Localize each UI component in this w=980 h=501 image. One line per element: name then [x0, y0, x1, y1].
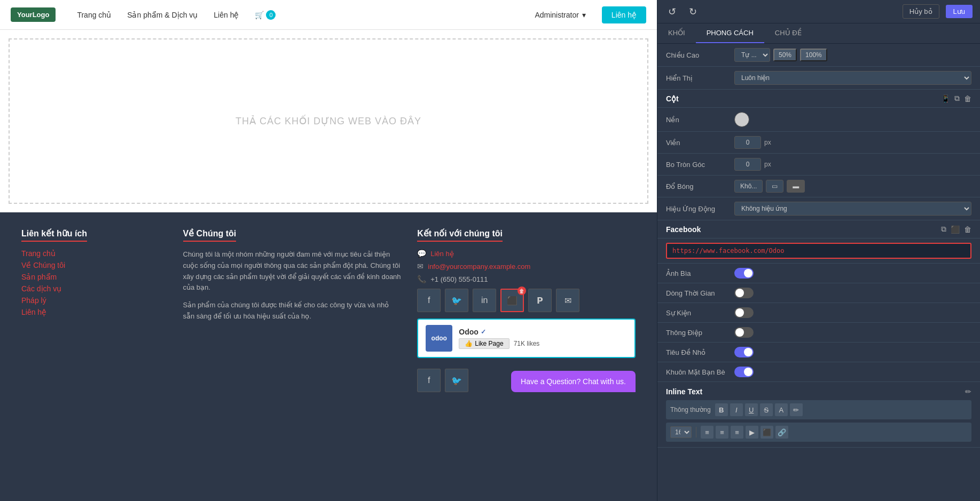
font-color-button[interactable]: A	[775, 403, 788, 416]
tab-phongcach[interactable]: PHONG CÁCH	[696, 23, 764, 43]
section-cot-title: Cột	[666, 94, 937, 103]
footer-link-products[interactable]: Sản phẩm	[21, 273, 167, 281]
delete-icon[interactable]: 🗑	[518, 287, 526, 295]
fb-duplicate-icon[interactable]: ⬛	[951, 225, 960, 234]
underline-button[interactable]: U	[745, 403, 758, 416]
save-button[interactable]: Lưu	[946, 5, 973, 18]
indent-button[interactable]: ▶	[746, 426, 758, 439]
tab-chude[interactable]: CHỦ ĐỀ	[764, 23, 812, 43]
align-center-button[interactable]: ≡	[716, 426, 728, 439]
social-bottom-facebook-btn[interactable]: f	[417, 369, 441, 392]
align-left-button[interactable]: ≡	[701, 426, 714, 439]
right-panel: ↺ ↻ Hủy bỏ Lưu KHỐI PHONG CÁCH CHỦ ĐỀ Ch…	[657, 0, 980, 501]
highlight-button[interactable]: ✏	[790, 403, 803, 416]
strikethrough-button[interactable]: S	[760, 403, 773, 416]
font-size-select[interactable]: 16	[670, 426, 692, 438]
label-thongdiep: Thông Điệp	[666, 329, 730, 337]
footer-link-services[interactable]: Các dịch vụ	[21, 284, 167, 293]
social-facebook-btn[interactable]: f	[417, 289, 441, 312]
label-chieucao: Chiều Cao	[666, 51, 730, 59]
row-hieungdong: Hiệu Ứng Động Không hiệu ứng	[657, 197, 980, 220]
shadow-soft-btn[interactable]: ▭	[766, 180, 783, 193]
btn-50pct[interactable]: 50%	[773, 49, 797, 61]
fb-url-input[interactable]	[666, 243, 971, 259]
section-facebook-title: Facebook	[666, 225, 937, 234]
social-icons-row: f 🐦 in ⬛ 🗑 𝗣 ✉	[417, 289, 636, 312]
cancel-button[interactable]: Hủy bỏ	[903, 4, 939, 19]
row-botrongoc: Bo Tròn Góc px	[657, 154, 980, 176]
toggle-anhbia[interactable]	[734, 268, 754, 279]
section-inline-text: Inline Text ✏ Thông thường B I U S A ✏ 1…	[657, 382, 980, 448]
inline-text-edit-icon[interactable]: ✏	[965, 387, 971, 396]
logo[interactable]: YourLogo	[11, 7, 56, 22]
drop-zone[interactable]: THẢ CÁC KHỐI DỰNG WEB VÀO ĐÂY	[9, 38, 648, 204]
fb-copy-icon[interactable]: ⧉	[941, 225, 946, 234]
link-button[interactable]: 🔗	[775, 426, 788, 439]
footer-link-legal[interactable]: Pháp lý	[21, 296, 167, 305]
row-sukien: Sự Kiện	[657, 303, 980, 323]
select-hieungdong[interactable]: Không hiệu ứng	[734, 202, 971, 216]
delete-section-icon[interactable]: 🗑	[964, 94, 971, 103]
section-facebook: Facebook ⧉ ⬛ 🗑	[657, 220, 980, 238]
toggle-thongdiep[interactable]	[734, 327, 754, 338]
social-whatsapp-btn[interactable]: ⬛ 🗑	[500, 289, 524, 312]
row-tieudeno: Tiêu Đề Nhỏ	[657, 343, 980, 362]
bold-button[interactable]: B	[715, 403, 728, 416]
select-chieucao[interactable]: Tự ...	[734, 48, 770, 62]
label-khuonmatbanbe: Khuôn Mặt Bạn Bè	[666, 368, 730, 376]
color-picker-nen[interactable]	[734, 112, 749, 127]
shadow-hard-btn[interactable]: ▬	[787, 180, 805, 193]
cta-button[interactable]: Liên hệ	[602, 6, 646, 23]
nav-link-contact[interactable]: Liên hệ	[214, 11, 239, 19]
footer-col-links: Liên kết hữu ích Trang chủ Về Chúng tôi …	[21, 228, 167, 392]
toggle-tieudeno[interactable]	[734, 347, 754, 357]
controls-nen	[734, 112, 971, 127]
footer-contact-chat-link[interactable]: Liên hệ	[430, 250, 453, 258]
list-button[interactable]: ⬛	[761, 426, 773, 439]
footer-contact-chat: 💬 Liên hệ	[417, 249, 636, 258]
social-email-btn[interactable]: ✉	[556, 289, 579, 312]
inline-text-header: Inline Text ✏	[666, 387, 971, 396]
select-hienthi[interactable]: Luôn hiện	[734, 71, 971, 85]
toggle-sukien[interactable]	[734, 307, 754, 318]
social-linkedin-btn[interactable]: in	[473, 289, 496, 312]
undo-button[interactable]: ↺	[665, 5, 679, 19]
label-vien: Viền	[666, 139, 730, 147]
nav-link-products[interactable]: Sản phẩm & Dịch vụ	[127, 11, 198, 19]
input-vien[interactable]	[734, 136, 761, 149]
row-dongthoigian: Dòng Thời Gian	[657, 283, 980, 303]
chat-bubble[interactable]: Have a Question? Chat with us.	[511, 371, 636, 392]
input-botrongoc[interactable]	[734, 158, 761, 171]
toggle-khuonmatbanbe[interactable]	[734, 367, 754, 377]
redo-button[interactable]: ↻	[686, 5, 700, 19]
phone-view-icon[interactable]: 📱	[941, 94, 950, 103]
row-nen: Nền	[657, 108, 980, 132]
toggle-dongthoigian[interactable]	[734, 288, 754, 298]
fb-like-button[interactable]: 👍 Like Page	[459, 338, 509, 349]
italic-button[interactable]: I	[730, 403, 743, 416]
cart-button[interactable]: 🛒 0	[255, 10, 276, 20]
footer-link-home[interactable]: Trang chủ	[21, 249, 167, 258]
shadow-none-btn[interactable]: Khô...	[734, 180, 763, 193]
admin-label: Administrator	[535, 11, 578, 19]
chat-icon: 💬	[417, 249, 426, 258]
footer-contact-email-link[interactable]: info@yourcompany.example.com	[428, 263, 530, 271]
drop-zone-text: THẢ CÁC KHỐI DỰNG WEB VÀO ĐÂY	[236, 115, 421, 127]
nav-link-home[interactable]: Trang chủ	[77, 11, 111, 19]
row-fb-url	[657, 238, 980, 264]
fb-delete-icon[interactable]: 🗑	[964, 225, 971, 234]
footer-bottom-row: f 🐦 Have a Question? Chat with us.	[417, 363, 636, 392]
footer-link-contact[interactable]: Liên hệ	[21, 308, 167, 316]
align-right-button[interactable]: ≡	[731, 426, 743, 439]
social-pinterest-btn[interactable]: 𝗣	[528, 289, 552, 312]
footer: Liên kết hữu ích Trang chủ Về Chúng tôi …	[0, 212, 657, 501]
unit-vien: px	[764, 139, 771, 146]
footer-col3-title: Kết nối với chúng tôi	[417, 228, 503, 242]
social-twitter-btn[interactable]: 🐦	[445, 289, 468, 312]
btn-100pct[interactable]: 100%	[800, 49, 827, 61]
social-bottom-twitter-btn[interactable]: 🐦	[445, 369, 468, 392]
tab-khoi[interactable]: KHỐI	[657, 23, 696, 43]
admin-dropdown[interactable]: Administrator ▾	[535, 11, 585, 19]
footer-link-about[interactable]: Về Chúng tôi	[21, 261, 167, 269]
copy-icon[interactable]: ⧉	[954, 94, 960, 103]
